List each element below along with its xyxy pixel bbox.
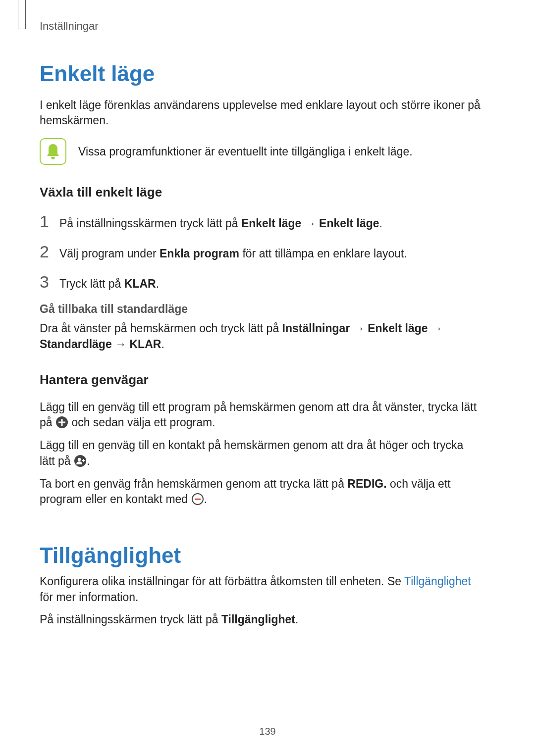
accessibility-link[interactable]: Tillgänglighet bbox=[404, 575, 471, 588]
intro-paragraph: I enkelt läge förenklas användarens uppl… bbox=[40, 98, 481, 128]
svg-rect-6 bbox=[83, 459, 84, 462]
step-1: 1 På inställningsskärmen tryck lätt på E… bbox=[40, 212, 481, 231]
step-text: Tryck lätt på KLAR. bbox=[59, 277, 159, 291]
step-text: På inställningsskärmen tryck lätt på Enk… bbox=[59, 217, 382, 230]
shortcuts-p3: Ta bort en genväg från hemskärmen genom … bbox=[40, 476, 481, 507]
subsection-shortcuts-title: Hantera genvägar bbox=[40, 372, 481, 388]
step-number: 3 bbox=[40, 272, 52, 292]
step-number: 2 bbox=[40, 242, 52, 261]
add-contact-icon bbox=[74, 454, 87, 467]
shortcuts-p1: Lägg till en genväg till ett program på … bbox=[40, 400, 481, 431]
step-3: 3 Tryck lätt på KLAR. bbox=[40, 272, 481, 292]
svg-rect-2 bbox=[58, 422, 65, 423]
page-number: 139 bbox=[0, 726, 535, 737]
minus-circle-outline-icon bbox=[191, 493, 204, 505]
subsection-switch-title: Växla till enkelt läge bbox=[40, 185, 481, 200]
svg-point-4 bbox=[78, 457, 81, 460]
manual-page: Inställningar Enkelt läge I enkelt läge … bbox=[0, 0, 535, 756]
section-breadcrumb: Inställningar bbox=[40, 20, 481, 33]
note-text: Vissa programfunktioner är eventuellt in… bbox=[78, 145, 413, 158]
section-title-easy-mode: Enkelt läge bbox=[40, 61, 481, 86]
section-accessibility: Tillgänglighet Konfigurera olika inställ… bbox=[40, 543, 481, 628]
accessibility-p2: På inställningsskärmen tryck lätt på Til… bbox=[40, 612, 481, 628]
back-paragraph: Dra åt vänster på hemskärmen och tryck l… bbox=[40, 321, 481, 352]
shortcuts-p2: Lägg till en genväg till en kontakt på h… bbox=[40, 438, 481, 469]
section-title-accessibility: Tillgänglighet bbox=[40, 543, 481, 568]
step-number: 1 bbox=[40, 212, 52, 231]
step-2: 2 Välj program under Enkla program för a… bbox=[40, 242, 481, 261]
step-text: Välj program under Enkla program för att… bbox=[59, 247, 407, 260]
note-block: Vissa programfunktioner är eventuellt in… bbox=[40, 138, 481, 165]
bell-icon bbox=[40, 138, 66, 165]
accessibility-p1: Konfigurera olika inställningar för att … bbox=[40, 574, 481, 605]
subsubsection-back-title: Gå tillbaka till standardläge bbox=[40, 302, 481, 316]
plus-circle-icon bbox=[55, 416, 68, 429]
tab-mark-decoration bbox=[18, 0, 26, 29]
svg-rect-8 bbox=[195, 499, 201, 500]
